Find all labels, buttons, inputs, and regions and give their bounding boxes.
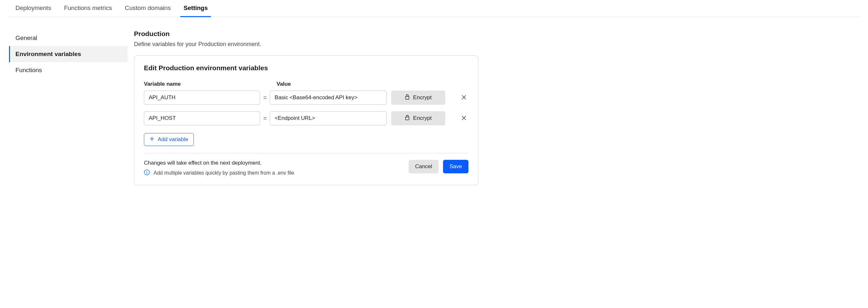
encrypt-label: Encrypt [413,94,432,101]
column-header-name: Variable name [144,81,271,87]
variable-name-input[interactable] [144,90,260,105]
svg-point-3 [147,171,147,171]
column-header-value: Value [277,81,410,87]
encrypt-button[interactable]: Encrypt [391,111,445,125]
remove-variable-button[interactable] [459,93,468,103]
env-file-hint: Add multiple variables quickly by pastin… [144,169,294,176]
variable-row: = Encrypt [144,90,468,105]
sidebar-item-general[interactable]: General [9,30,127,46]
equals-sign: = [260,94,270,101]
encrypt-label: Encrypt [413,115,432,121]
lock-icon [405,94,410,102]
tab-deployments[interactable]: Deployments [16,0,51,17]
top-tabs: Deployments Functions metrics Custom dom… [9,0,859,17]
variable-value-input[interactable] [270,111,387,125]
sidebar-item-functions[interactable]: Functions [9,62,127,78]
remove-variable-button[interactable] [459,113,468,123]
sidebar-item-env-vars[interactable]: Environment variables [9,46,127,62]
plus-icon [149,136,155,143]
cancel-button[interactable]: Cancel [409,160,438,173]
save-button[interactable]: Save [443,160,468,173]
divider [144,153,468,153]
svg-rect-0 [406,96,409,99]
env-file-hint-text: Add multiple variables quickly by pastin… [154,170,294,176]
close-icon [461,115,467,122]
tab-functions-metrics[interactable]: Functions metrics [64,0,112,17]
add-variable-button[interactable]: Add variable [144,133,194,146]
sidebar: General Environment variables Functions [9,30,127,185]
close-icon [461,94,467,102]
variable-name-input[interactable] [144,111,260,125]
tab-custom-domains[interactable]: Custom domains [125,0,171,17]
save-note: Changes will take effect on the next dep… [144,160,294,166]
variable-row: = Encrypt [144,111,468,125]
encrypt-button[interactable]: Encrypt [391,90,445,105]
variable-value-input[interactable] [270,90,387,105]
page-title: Production [134,30,478,38]
page-description: Define variables for your Production env… [134,41,478,48]
tab-settings[interactable]: Settings [184,0,208,17]
svg-rect-1 [406,117,409,120]
add-variable-label: Add variable [158,136,188,143]
equals-sign: = [260,115,270,122]
env-vars-card: Edit Production environment variables Va… [134,55,478,185]
card-title: Edit Production environment variables [144,64,468,72]
lock-icon [405,115,410,122]
main-panel: Production Define variables for your Pro… [127,30,478,185]
info-icon [144,169,150,176]
